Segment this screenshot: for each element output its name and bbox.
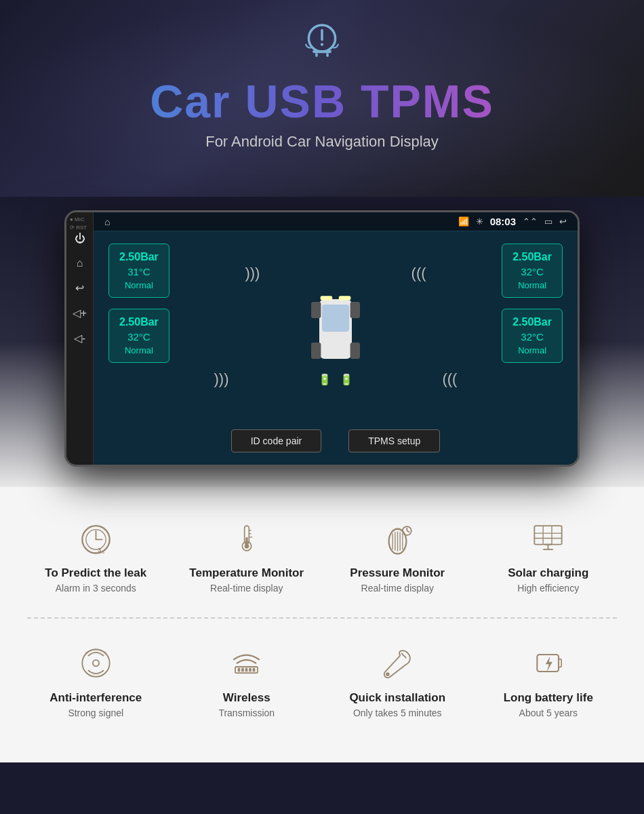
svg-rect-11 (321, 296, 333, 300)
solar-panel-icon (487, 518, 611, 558)
vol-down-icon[interactable]: ◁- (74, 332, 85, 345)
svg-rect-47 (241, 667, 244, 672)
wireless-title: Wireless (185, 691, 309, 705)
feature-pressure: Pressure Monitor Real-time display (329, 507, 466, 604)
tire-rl-temp: 32°C (119, 331, 159, 343)
screen: ⌂ 📶 ✳ 08:03 ⌃⌃ ▭ ↩ 2.50Bar 31°C (94, 212, 578, 465)
mic-label: ● MIC (70, 216, 85, 222)
svg-text:s: s (102, 549, 104, 554)
unit-sidebar: ● MIC ⟳ RST ⏻ ⌂ ↩ ◁+ ◁- (66, 212, 94, 465)
feature-quick-install: Quick installation Only takes 5 minutes (329, 632, 466, 729)
tire-fr-temp: 32°C (512, 266, 552, 277)
signals-top-row: ))) ((( (169, 265, 502, 282)
features-row-1: 3 s To Predict the leak Alarm in 3 secon… (27, 507, 617, 604)
svg-point-44 (93, 659, 99, 665)
battery-bolt-icon (487, 642, 611, 683)
features-row-2: Anti-interference Strong signel Wireless… (27, 632, 617, 729)
tire-fl-pressure: 2.50Bar (119, 251, 159, 263)
wifi-icon: 📶 (458, 216, 469, 227)
svg-rect-2 (313, 50, 331, 53)
quick-install-title: Quick installation (336, 691, 460, 705)
signals-bottom-row: ))) 🔋 🔋 ((( (169, 370, 502, 388)
signal-right-front: ((( (411, 265, 426, 282)
tire-fr-pressure: 2.50Bar (512, 251, 552, 263)
battery-left: 🔋 (318, 373, 331, 386)
tpms-setup-button[interactable]: TPMS setup (348, 429, 440, 452)
battery-indicators: 🔋 🔋 (318, 373, 353, 386)
subtitle: For Android Car Navigation Display (14, 133, 630, 151)
wifi-transmit-icon (185, 642, 309, 683)
pressure-gauge-icon (336, 518, 460, 558)
quick-install-desc: Only takes 5 minutes (336, 708, 460, 718)
wireless-desc: Transmission (185, 708, 309, 718)
svg-line-34 (407, 530, 409, 532)
svg-rect-9 (311, 343, 321, 359)
svg-point-1 (321, 43, 323, 46)
tire-rr-temp: 32°C (512, 331, 552, 343)
svg-rect-46 (238, 667, 241, 672)
feature-temperature: Temperature Monitor Real-time display (178, 507, 316, 604)
feature-wireless: Wireless Transmission (178, 632, 316, 729)
nav-icon: ▭ (544, 216, 552, 227)
feature-anti-interference: Anti-interference Strong signel (27, 632, 165, 729)
screen-bottom-buttons: ID code pair TPMS setup (94, 421, 578, 465)
main-title: Car USB TPMS (14, 75, 630, 128)
expand-icon: ⌃⌃ (523, 216, 538, 227)
back-icon[interactable]: ↩ (75, 282, 84, 294)
feature-solar: Solar charging High efficiency (480, 507, 618, 604)
id-code-pair-button[interactable]: ID code pair (231, 429, 321, 452)
signal-right-rear: ((( (442, 370, 457, 388)
anti-interference-title: Anti-interference (34, 691, 158, 705)
feature-predict-leak: 3 s To Predict the leak Alarm in 3 secon… (27, 507, 165, 604)
svg-rect-10 (350, 343, 360, 359)
tire-fl-temp: 31°C (119, 266, 159, 277)
tire-fr: 2.50Bar 32°C Normal (502, 244, 563, 298)
svg-point-51 (386, 672, 390, 676)
car-diagram (308, 282, 363, 370)
svg-text:3: 3 (98, 546, 101, 553)
tire-rr-status: Normal (512, 345, 552, 355)
anti-interference-desc: Strong signel (34, 708, 158, 718)
tire-rl-status: Normal (119, 345, 159, 355)
screen-main: 2.50Bar 31°C Normal 2.50Bar 32°C Normal … (94, 231, 578, 421)
feature-battery-life: Long battery life About 5 years (480, 632, 618, 729)
temperature-desc: Real-time display (185, 583, 309, 594)
wrench-icon (336, 642, 460, 683)
tire-rr-pressure: 2.50Bar (512, 316, 552, 328)
solar-title: Solar charging (487, 566, 611, 580)
time-display: 08:03 (490, 216, 516, 227)
signal-circle-icon (34, 642, 158, 683)
battery-right: 🔋 (340, 373, 353, 386)
rst-label: ⟳ RST (70, 225, 87, 231)
tpms-warning-icon (14, 20, 630, 69)
pressure-title: Pressure Monitor (336, 566, 460, 580)
topbar-right: 📶 ✳ 08:03 ⌃⌃ ▭ ↩ (458, 216, 567, 227)
svg-rect-4 (326, 53, 329, 57)
svg-rect-50 (253, 667, 256, 672)
signal-left-rear: ))) (214, 370, 229, 388)
svg-rect-49 (249, 667, 251, 672)
vol-up-icon[interactable]: ◁+ (73, 307, 87, 319)
tire-rr: 2.50Bar 32°C Normal (502, 309, 563, 363)
tire-fl: 2.50Bar 31°C Normal (108, 244, 169, 298)
tire-rl-pressure: 2.50Bar (119, 316, 159, 328)
features-divider (27, 617, 617, 619)
home-icon[interactable]: ⌂ (77, 257, 83, 269)
tire-rl: 2.50Bar 32°C Normal (108, 309, 169, 363)
return-icon: ↩ (559, 216, 567, 227)
signal-left-front: ))) (245, 265, 260, 282)
solar-desc: High efficiency (487, 583, 611, 594)
display-section: ● MIC ⟳ RST ⏻ ⌂ ↩ ◁+ ◁- ⌂ 📶 ✳ 08:03 ⌃⌃ ▭ (0, 197, 644, 487)
hero-section: Car USB TPMS For Android Car Navigation … (0, 0, 644, 197)
features-section: 3 s To Predict the leak Alarm in 3 secon… (0, 487, 644, 762)
svg-rect-48 (245, 667, 248, 672)
power-icon[interactable]: ⏻ (75, 233, 85, 245)
svg-rect-35 (535, 526, 562, 545)
svg-rect-53 (559, 659, 561, 667)
svg-rect-12 (339, 296, 351, 300)
svg-rect-6 (322, 305, 349, 332)
svg-rect-7 (311, 302, 321, 318)
svg-rect-8 (350, 302, 360, 318)
topbar-left: ⌂ (104, 216, 110, 227)
predict-leak-title: To Predict the leak (34, 566, 158, 580)
